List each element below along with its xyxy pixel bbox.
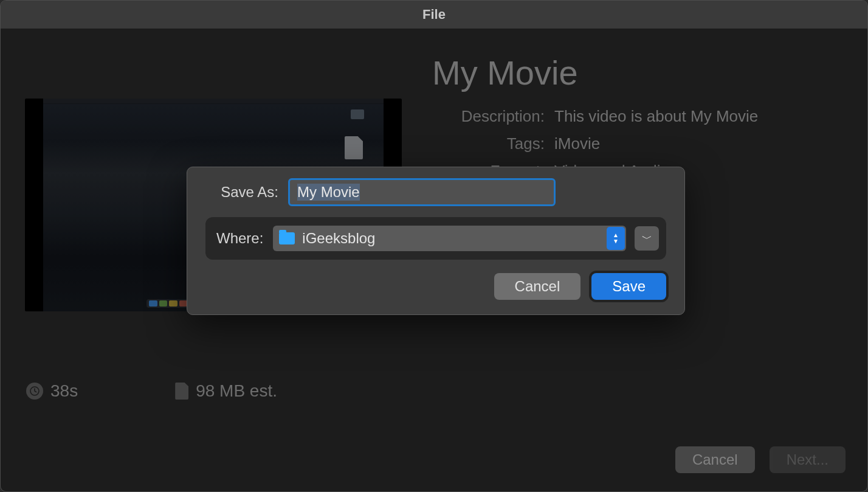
background-action-buttons: Cancel Next... [675, 446, 846, 473]
export-stats: 38s 98 MB est. [26, 381, 277, 401]
bg-next-button[interactable]: Next... [770, 446, 846, 473]
filesize-stat: 98 MB est. [175, 381, 277, 401]
saveas-row: Save As: [205, 178, 666, 206]
saveas-input[interactable] [288, 178, 556, 206]
thumbnail-folder-icon [351, 109, 364, 119]
where-block: Where: iGeeksblog ▲▼ ﹀ [205, 217, 666, 260]
chevron-down-icon: ﹀ [642, 232, 652, 246]
thumbnail-file-icon [345, 136, 363, 159]
file-icon [175, 383, 188, 400]
folder-icon [279, 232, 295, 244]
save-sheet: Save As: Where: iGeeksblog ▲▼ ﹀ Cancel S… [187, 167, 685, 315]
bg-cancel-button[interactable]: Cancel [675, 446, 755, 473]
description-value[interactable]: This video is about My Movie [554, 107, 758, 126]
duration-stat: 38s [26, 381, 78, 401]
saveas-input-wrap [288, 178, 666, 206]
duration-value: 38s [50, 381, 78, 401]
tags-row: Tags: iMovie [432, 134, 837, 153]
where-value: iGeeksblog [302, 230, 375, 247]
clock-icon [26, 383, 43, 400]
movie-title: My Movie [432, 53, 837, 92]
saveas-label: Save As: [205, 184, 288, 201]
clock-svg [30, 386, 40, 396]
tags-value[interactable]: iMovie [554, 134, 600, 153]
window-title-text: File [422, 7, 446, 23]
updown-stepper-icon: ▲▼ [607, 227, 625, 250]
description-row: Description: This video is about My Movi… [432, 107, 837, 126]
where-select[interactable]: iGeeksblog ▲▼ [273, 226, 626, 251]
cancel-button[interactable]: Cancel [494, 273, 581, 300]
thumbnail-menubar [43, 99, 384, 104]
export-window: File My Movie Description: This video is… [0, 0, 868, 492]
sheet-action-buttons: Cancel Save [205, 273, 666, 300]
filesize-value: 98 MB est. [196, 381, 277, 401]
expand-button[interactable]: ﹀ [635, 226, 659, 251]
save-button[interactable]: Save [591, 273, 666, 300]
where-label: Where: [213, 230, 273, 247]
description-label: Description: [432, 107, 554, 126]
window-title: File [1, 1, 867, 29]
tags-label: Tags: [432, 134, 554, 153]
